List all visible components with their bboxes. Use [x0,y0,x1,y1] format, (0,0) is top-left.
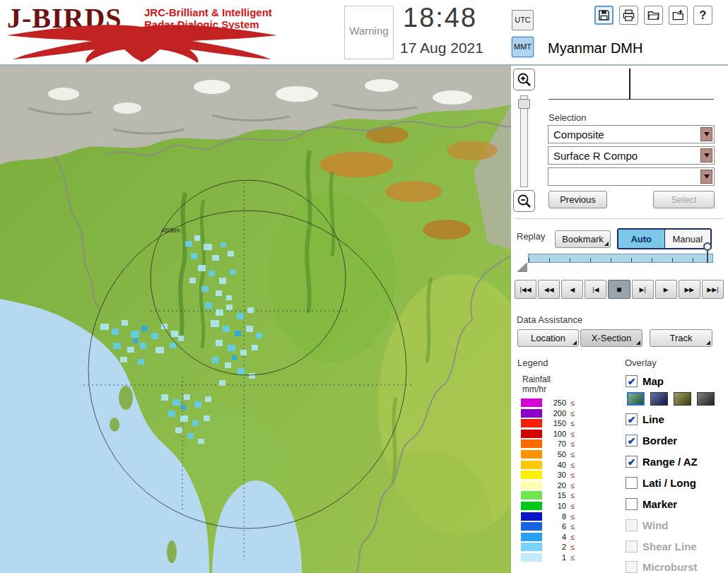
fast-rewind-button[interactable]: ◀◀ [538,280,560,299]
fast-forward-button[interactable]: ▶▶ [679,280,700,299]
legend-leq: ≤ [570,502,575,510]
chevron-down-icon [704,153,710,158]
legend-color-swatch [521,450,542,459]
checkbox-wind [626,519,638,531]
legend-value: 10 [542,502,566,510]
timeline-left-marker[interactable] [517,262,527,272]
legend-row: 2≤ [521,543,575,551]
overlay-item-map[interactable]: ✔ Map [626,375,664,387]
track-button[interactable]: Track [650,329,712,347]
help-icon: ? [700,9,707,22]
zoom-in-button[interactable] [513,69,535,90]
legend-value: 150 [542,419,566,427]
help-button[interactable]: ? [693,6,712,25]
step-back-button[interactable]: |◀ [585,280,606,299]
legend-leq: ≤ [570,409,575,418]
legend-row: 4≤ [521,533,575,541]
replay-section-label: Replay [517,231,545,242]
checkbox-lati-long[interactable] [626,477,638,489]
legend-value: 2 [542,543,566,551]
skip-to-end-button[interactable]: ▶▶| [702,280,724,299]
zoom-slider-handle[interactable] [518,99,530,109]
legend-value: 70 [542,439,566,448]
replay-mode-toggle: Auto Manual [617,228,712,249]
checkbox-range-az[interactable]: ✔ [626,456,638,468]
dropdown-arrow-button[interactable] [700,170,712,184]
zoom-slider[interactable] [520,95,528,187]
utc-button[interactable]: UTC [512,10,534,30]
overlay-item-lati-long[interactable]: Lati / Long [626,477,696,489]
map-scheme-gray[interactable] [697,392,715,406]
legend-unit-line1: Rainfall [522,374,551,384]
legend-leq: ≤ [570,471,575,479]
bookmark-button[interactable]: Bookmark [555,230,611,248]
timeline-handle-head [703,242,712,251]
stop-button[interactable]: ■ [608,280,630,299]
import-button[interactable] [669,6,688,25]
legend-leq: ≤ [570,491,575,500]
x-section-button[interactable]: X-Section [580,329,642,347]
product-dropdown[interactable]: Surface R Compo [548,146,715,165]
timeline-handle-stem [707,251,708,263]
sub-product-dropdown[interactable] [548,167,715,186]
legend-value: 1 [542,553,566,562]
rainfall-legend: 250≤ 200≤ 150≤ 100≤ 70≤ 50≤ 40≤ 30≤ 20≤ … [521,398,575,564]
composite-dropdown[interactable]: Composite [548,125,715,143]
logo-subtitle-line1: JRC-Brilliant & Intelligent [144,6,272,18]
overlay-item-wind: Wind [626,519,669,531]
corner-mark [573,341,577,345]
dropdown-arrow-button[interactable] [700,127,712,141]
chevron-down-icon [704,132,710,136]
legend-color-swatch [521,461,542,469]
control-panel: Selection Composite Surface R Compo Prev… [511,66,728,573]
zoom-out-button[interactable] [513,190,535,212]
map-scheme-navy[interactable] [650,392,668,406]
timeline-ticks [529,258,712,262]
select-button[interactable]: Select [653,191,715,208]
check-icon: ✔ [628,415,636,425]
step-forward-button[interactable]: ▶| [632,280,654,299]
radar-map-canvas: 450km [0,66,511,573]
overlay-item-marker[interactable]: Marker [626,498,677,510]
legend-row: 1≤ [521,553,575,562]
print-button[interactable] [619,6,638,25]
skip-to-start-button[interactable]: |◀◀ [515,280,536,299]
play-backward-button[interactable]: ◀ [561,280,583,299]
legend-row: 50≤ [521,450,575,459]
overlay-label-border: Border [642,435,677,447]
checkbox-marker[interactable] [626,498,638,510]
checkbox-map[interactable]: ✔ [626,375,638,387]
timeline-slider[interactable] [528,254,713,263]
map-scheme-olive[interactable] [674,392,691,406]
legend-leq: ≤ [570,543,575,551]
legend-value: 200 [542,409,566,418]
legend-color-swatch [521,512,542,521]
radar-map[interactable]: 450km [0,66,511,573]
play-button[interactable]: ▶ [655,280,677,299]
mmt-button[interactable]: MMT [512,37,534,57]
save-button[interactable] [594,6,613,25]
dropdown-arrow-button[interactable] [700,148,712,163]
overlay-label-wind: Wind [642,519,669,531]
checkbox-border[interactable]: ✔ [626,435,638,447]
location-label: Location [531,333,565,343]
location-button[interactable]: Location [517,329,579,347]
zoom-in-icon [516,71,533,88]
map-scheme-terrain[interactable] [627,392,645,406]
overlay-item-line[interactable]: ✔ Line [626,413,664,425]
overlay-item-range-az[interactable]: ✔ Range / AZ [626,456,698,468]
overlay-label-range-az: Range / AZ [642,456,698,468]
checkbox-line[interactable]: ✔ [626,413,638,425]
overlay-item-border[interactable]: ✔ Border [626,435,677,447]
legend-value: 50 [542,450,566,459]
timeline-handle[interactable] [703,242,712,264]
open-file-button[interactable] [644,6,663,25]
auto-mode-button[interactable]: Auto [618,230,665,248]
legend-row: 10≤ [521,502,575,510]
previous-button[interactable]: Previous [548,191,607,208]
legend-color-swatch [521,419,542,427]
legend-leq: ≤ [570,461,575,469]
overlay-label-shear-line: Shear Line [642,540,697,553]
print-icon [622,8,635,22]
legend-value: 4 [542,533,566,541]
